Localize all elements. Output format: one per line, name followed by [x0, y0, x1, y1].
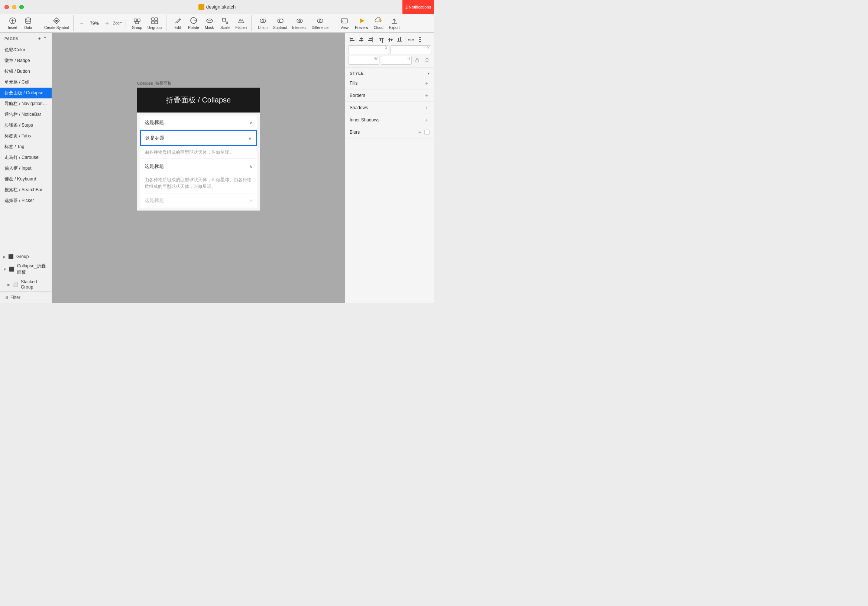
- distribute-h-button[interactable]: [407, 36, 415, 44]
- align-right-button[interactable]: [366, 36, 374, 44]
- collapse-header-3[interactable]: 这是标题 ∧: [140, 159, 257, 173]
- coord-row: X Y: [348, 45, 431, 54]
- svg-rect-31: [350, 40, 355, 41]
- page-item-cell[interactable]: 单元格 / Cell: [0, 77, 52, 88]
- collapse-item-3[interactable]: 这是标题 ∧ 由各种物质组成的巨型球状天体，叫做星球。由各种物质组成的巨型球状天…: [140, 159, 257, 193]
- align-center-v-button[interactable]: [386, 36, 395, 44]
- page-item-input[interactable]: 输入框 / Input: [0, 163, 52, 174]
- page-item-color[interactable]: 色彩/Color: [0, 45, 52, 55]
- fills-add-button[interactable]: +: [423, 80, 429, 86]
- create-symbol-button[interactable]: Create Symbol: [42, 15, 71, 31]
- maximize-button[interactable]: [19, 5, 24, 9]
- page-item-picker[interactable]: 选择器 / Picker: [0, 195, 52, 206]
- align-top-button[interactable]: [378, 36, 386, 44]
- page-item-navbar[interactable]: 导航栏 / NavigationBar: [0, 98, 52, 109]
- blurs-checkbox[interactable]: [424, 130, 429, 135]
- layer-stacked-group[interactable]: ▶ ⬜ Stacked Group: [0, 277, 52, 292]
- borders-header[interactable]: Borders +: [350, 93, 429, 98]
- rotate-button[interactable]: Rotate: [186, 15, 201, 31]
- pages-header: PAGES + ⌃: [0, 32, 52, 45]
- collapse-arrow-3: ∧: [250, 164, 252, 169]
- align-left-button[interactable]: [348, 36, 356, 44]
- right-panel: X Y W H: [345, 32, 434, 303]
- window-title: design.sketch: [198, 4, 236, 10]
- collapse-item-1[interactable]: 这是标题 ∨: [140, 116, 257, 130]
- insert-button[interactable]: Insert: [5, 15, 20, 31]
- inner-shadows-header[interactable]: Inner Shadows +: [350, 117, 429, 123]
- canvas[interactable]: Collapse_折叠面板 折叠面板 / Collapse 这是标题 ∨: [52, 32, 345, 303]
- h-input[interactable]: [381, 56, 412, 65]
- inner-shadows-add-button[interactable]: +: [423, 117, 429, 123]
- shadows-add-button[interactable]: +: [423, 105, 429, 111]
- preview-button[interactable]: Preview: [353, 15, 370, 31]
- add-page-button[interactable]: +: [38, 36, 41, 42]
- edit-icon: [174, 17, 182, 25]
- collapse-arrow-1: ∨: [250, 120, 252, 125]
- page-item-steps[interactable]: 步骤条 / Steps: [0, 120, 52, 131]
- layer-group[interactable]: ▶ ⬛ Group: [0, 252, 52, 261]
- group-label: Group: [132, 26, 142, 30]
- data-button[interactable]: Data: [21, 15, 36, 31]
- boolean-group: Union Subtract Intersect Difference: [253, 15, 333, 31]
- collapse-item-2[interactable]: 这是标题 ∧ 由各种物质组成的巨型球状天体，叫做星球。: [140, 130, 257, 159]
- blurs-add-button[interactable]: +: [417, 129, 423, 135]
- zoom-in-button[interactable]: +: [103, 20, 111, 27]
- scale-button[interactable]: Scale: [218, 15, 232, 31]
- page-item-carousel[interactable]: 走马灯 / Carousel: [0, 152, 52, 163]
- notifications-badge[interactable]: 2 Notifications: [402, 0, 434, 14]
- edit-button[interactable]: Edit: [170, 15, 185, 31]
- expand-collapse-icon: ▼: [3, 267, 7, 271]
- page-item-collapse[interactable]: 折叠面板 / Collapse: [0, 88, 52, 98]
- page-item-button[interactable]: 按钮 / Button: [0, 66, 52, 77]
- union-button[interactable]: Union: [255, 15, 270, 31]
- pages-list: 色彩/Color 徽章 / Badge 按钮 / Button 单元格 / Ce…: [0, 45, 52, 252]
- flatten-label: Flatten: [236, 26, 247, 30]
- x-input[interactable]: [348, 45, 389, 54]
- y-input[interactable]: [391, 45, 431, 54]
- borders-add-button[interactable]: +: [423, 93, 429, 98]
- collapse-header-2[interactable]: 这是标题 ∧: [140, 130, 257, 146]
- flip-button[interactable]: [423, 56, 431, 64]
- svg-point-3: [26, 18, 31, 20]
- subtract-button[interactable]: Subtract: [271, 15, 289, 31]
- lock-ratio-button[interactable]: [413, 56, 422, 64]
- page-item-keyboard[interactable]: 键盘 / Keyboard: [0, 174, 52, 184]
- page-item-tabs[interactable]: 标签页 / Tabs: [0, 131, 52, 141]
- align-divider2: [405, 37, 405, 43]
- distribute-v-button[interactable]: [416, 36, 424, 44]
- shadows-header[interactable]: Shadows +: [350, 105, 429, 111]
- rotate-icon: [189, 17, 198, 25]
- flatten-button[interactable]: Flatten: [233, 15, 250, 31]
- style-dropdown-arrow[interactable]: ▾: [428, 71, 429, 76]
- page-item-noticebar[interactable]: 通告栏 / NoticeBar: [0, 109, 52, 120]
- svg-rect-50: [412, 39, 414, 40]
- group-button[interactable]: Group: [130, 15, 144, 31]
- svg-point-4: [55, 20, 57, 22]
- rotate-label: Rotate: [188, 26, 199, 30]
- export-button[interactable]: Export: [387, 15, 402, 31]
- page-item-searchbar[interactable]: 搜索栏 / SearchBar: [0, 184, 52, 195]
- collapse-header-1[interactable]: 这是标题 ∨: [140, 116, 257, 130]
- intersect-button[interactable]: Intersect: [290, 15, 308, 31]
- minimize-button[interactable]: [12, 5, 16, 9]
- mask-button[interactable]: Mask: [202, 15, 217, 31]
- zoom-out-button[interactable]: −: [78, 20, 85, 27]
- cloud-button[interactable]: Cloud: [371, 15, 386, 31]
- layers-section: ▶ ⬛ Group ▼ ⬛ Collapse_折叠面板 ▶ ⬜ Stacked …: [0, 252, 52, 292]
- subtract-label: Subtract: [273, 26, 287, 30]
- collapse-pages-button[interactable]: ⌃: [43, 36, 48, 42]
- align-center-h-button[interactable]: [357, 36, 365, 44]
- create-symbol-group: Create Symbol: [40, 15, 74, 31]
- layer-collapse-label: Collapse_折叠面板: [17, 263, 49, 275]
- view-button[interactable]: View: [337, 15, 352, 31]
- layer-collapse[interactable]: ▼ ⬛ Collapse_折叠面板: [0, 261, 52, 277]
- ungroup-button[interactable]: Ungroup: [145, 15, 164, 31]
- fills-header[interactable]: Fills +: [350, 80, 429, 86]
- page-item-tag[interactable]: 标签 / Tag: [0, 141, 52, 152]
- filter-footer[interactable]: ⊡ Filter: [0, 292, 52, 303]
- filter-label: Filter: [11, 295, 20, 300]
- page-item-badge[interactable]: 徽章 / Badge: [0, 55, 52, 66]
- align-bottom-button[interactable]: [395, 36, 403, 44]
- difference-button[interactable]: Difference: [310, 15, 331, 31]
- close-button[interactable]: [5, 5, 9, 9]
